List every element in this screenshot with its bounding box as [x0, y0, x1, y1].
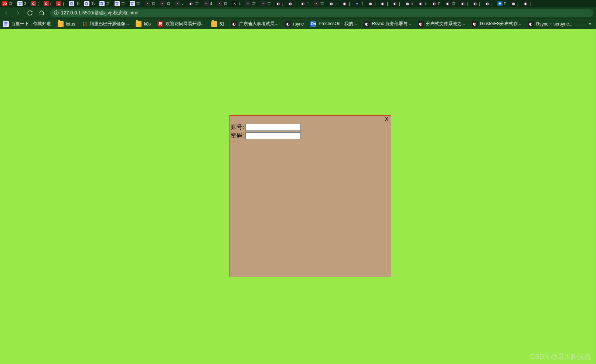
tab-favicon: ◐	[329, 1, 334, 6]
bookmark-icon: ◐	[231, 21, 237, 27]
browser-tab[interactable]: 百毛	[67, 0, 82, 7]
bookmark-item[interactable]: ◐分布式文件系统之...	[418, 21, 465, 27]
password-label: 密码:	[231, 132, 244, 140]
browser-tab[interactable]: ◐j	[509, 0, 521, 7]
tab-favicon: ◐	[300, 1, 306, 6]
bookmark-icon: 百	[3, 21, 9, 27]
site-info-icon[interactable]: ⓘ	[54, 10, 59, 16]
reload-button[interactable]	[27, 10, 33, 16]
address-bar[interactable]: ⓘ 127.0.0.1:5500/基础/js/js模态框.html	[50, 9, 593, 17]
bookmark-icon: ◐	[528, 21, 534, 27]
browser-tab[interactable]: ◐j	[273, 0, 286, 7]
tab-title: 1	[361, 2, 363, 6]
browser-tab[interactable]: C(	[29, 0, 41, 7]
password-input[interactable]	[245, 132, 301, 139]
tab-favicon: •	[260, 1, 266, 6]
browser-tab[interactable]: •京	[243, 0, 258, 7]
browser-tab[interactable]: ◐j	[390, 0, 402, 7]
browser-tab[interactable]: 百3	[15, 0, 29, 7]
tab-title: 京	[452, 1, 456, 6]
browser-tab[interactable]: ◐j	[378, 0, 390, 7]
browser-tab[interactable]: ◐k	[403, 0, 416, 7]
browser-tab[interactable]: ◐F	[429, 0, 443, 7]
tab-favicon: ◐	[432, 1, 437, 6]
close-button[interactable]: X	[385, 116, 389, 123]
bookmark-item[interactable]: ◐广东省人事考试局...	[231, 21, 278, 27]
browser-tab[interactable]: C(	[54, 0, 67, 7]
bookmark-item[interactable]: k8s	[136, 21, 151, 27]
bookmark-item[interactable]: ◐Rsync + sersync...	[528, 21, 572, 27]
bookmark-item[interactable]: ◐GlusterFS分布式存...	[472, 21, 521, 27]
browser-tab[interactable]: Kk	[230, 0, 243, 7]
bookmark-icon: On	[310, 21, 316, 27]
bookmark-icon: 易	[157, 21, 163, 27]
bookmark-icon: ◐	[364, 21, 369, 27]
bookmark-label: 广东省人事考试局...	[239, 21, 278, 27]
browser-tab[interactable]: ◐j	[483, 0, 495, 7]
browser-tab[interactable]: 百京	[112, 0, 127, 7]
browser-tab[interactable]: •京	[143, 0, 158, 7]
tab-title: c	[336, 2, 337, 6]
browser-tab[interactable]: ◐j	[470, 0, 483, 7]
bookmarks-bar: 百百度一下，你就知道lotus[-]阿里巴巴开源镜像...k8s易欢迎访问网易开…	[0, 18, 596, 29]
browser-tab[interactable]: ◐k	[416, 0, 429, 7]
bookmark-item[interactable]: 51	[211, 21, 224, 27]
browser-tab[interactable]: •京	[158, 0, 173, 7]
tab-title: j	[530, 2, 531, 6]
browser-tab[interactable]: •京	[258, 0, 273, 7]
bookmark-item[interactable]: lotus	[58, 21, 75, 27]
browser-tab[interactable]: ∞1	[352, 0, 366, 7]
browser-tab[interactable]: ◐京	[443, 0, 458, 7]
browser-tab[interactable]: •京	[215, 0, 230, 7]
bookmark-label: 阿里巴巴开源镜像...	[90, 21, 129, 27]
bookmark-item[interactable]: ◐Rsync 服务部署与...	[364, 21, 411, 27]
browser-tab[interactable]: ◐j	[340, 0, 352, 7]
browser-tab[interactable]: ❖F	[495, 0, 509, 7]
browser-tab[interactable]: •4	[201, 0, 215, 7]
viewport-edge	[591, 29, 596, 364]
browser-tab-strip: JD京百3C(C(C(百毛百毛百京百京百京•京•京•v◐京•4•京Kk•京•京◐…	[0, 0, 596, 7]
browser-tab[interactable]: •v	[173, 0, 186, 7]
login-modal[interactable]: X 账号: 密码:	[229, 115, 391, 277]
tab-favicon: ◐	[276, 1, 281, 6]
tab-favicon: ◐	[288, 1, 293, 6]
browser-tab[interactable]: ◐j	[286, 0, 298, 7]
browser-tab[interactable]: ◐c	[327, 0, 340, 7]
bookmark-label: k8s	[144, 21, 151, 27]
tab-favicon: ◐	[485, 1, 490, 6]
tab-title: j	[491, 2, 492, 6]
bookmark-item[interactable]: 百百度一下，你就知道	[3, 21, 51, 27]
username-input[interactable]	[245, 124, 301, 131]
browser-tab[interactable]: C(	[41, 0, 54, 7]
bookmark-item[interactable]: OnProcessOn - 我的...	[310, 21, 357, 27]
forward-button[interactable]	[15, 10, 21, 16]
browser-tab[interactable]: ◐j	[366, 0, 378, 7]
back-button[interactable]	[3, 10, 10, 16]
bookmark-item[interactable]: [-]阿里巴巴开源镜像...	[82, 21, 129, 27]
browser-tab[interactable]: 百京	[127, 0, 143, 7]
bookmark-item[interactable]: ◐rsync	[285, 21, 304, 27]
page-viewport: X 账号: 密码: CSDN @景天科技苑	[0, 29, 596, 364]
bookmark-item[interactable]: 易欢迎访问网易开源...	[157, 21, 205, 27]
tab-favicon: 百	[130, 1, 135, 6]
tab-favicon: K	[232, 1, 237, 6]
browser-tab[interactable]: ◐j	[521, 0, 533, 7]
tab-title: (	[38, 2, 39, 6]
tab-favicon: 百	[115, 1, 120, 6]
home-button[interactable]	[38, 10, 45, 16]
tab-title: j	[399, 2, 400, 6]
tab-title: j	[282, 2, 283, 6]
browser-tab[interactable]: ◐j	[458, 0, 470, 7]
browser-tab[interactable]: 百毛	[82, 0, 97, 7]
browser-tab[interactable]: ◐1	[298, 0, 312, 7]
browser-tab[interactable]: JD京	[0, 0, 15, 7]
browser-tab[interactable]: •京	[311, 0, 327, 7]
bookmark-icon: ◐	[285, 21, 291, 27]
tab-title: k	[425, 2, 427, 6]
tab-title: j	[349, 2, 350, 6]
tab-title: F	[438, 2, 440, 6]
browser-tab[interactable]: 百京	[97, 0, 112, 7]
bookmarks-overflow-button[interactable]: »	[589, 21, 593, 27]
tab-title: 京	[267, 1, 271, 6]
browser-tab[interactable]: ◐京	[186, 0, 201, 7]
